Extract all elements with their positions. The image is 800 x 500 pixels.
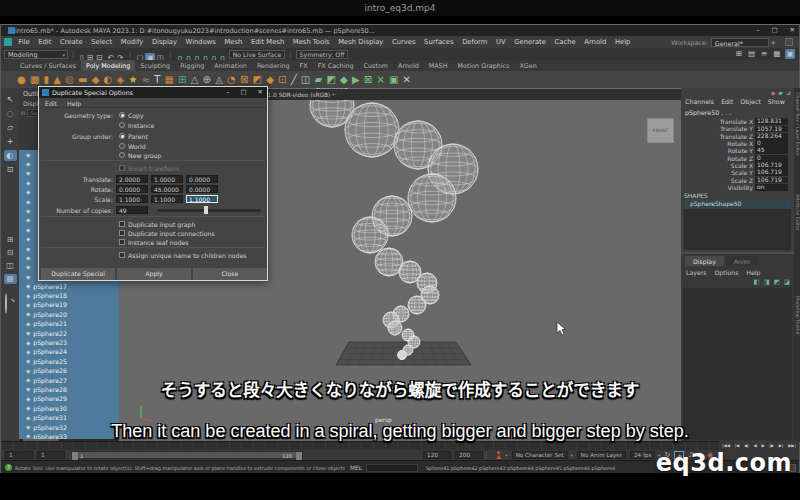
menu-set-dropdown[interactable]: Modeling xyxy=(4,50,68,59)
playback-button[interactable]: ◀ xyxy=(753,443,756,448)
rotate-field[interactable]: 0.0000 xyxy=(116,185,148,193)
dialog-close-button[interactable]: ✕ xyxy=(258,87,263,98)
magnifier-icon[interactable] xyxy=(5,294,15,304)
duplicate-input-connections-checkbox[interactable] xyxy=(119,230,125,236)
shelf-tool-icon[interactable]: × xyxy=(376,72,384,87)
tool-icon[interactable]: ↖ xyxy=(4,94,17,105)
outliner-item[interactable]: ◈ pSphere20 xyxy=(19,310,119,319)
show-keyable-icon[interactable]: ◆ xyxy=(771,89,776,96)
menu-item[interactable]: Help xyxy=(611,38,635,46)
tool-icon[interactable]: ◐ xyxy=(4,150,17,161)
outliner-item[interactable]: ◈ pSphere19 xyxy=(19,300,119,309)
translate-field[interactable]: 0.0000 xyxy=(186,175,218,183)
layer-menu-item[interactable]: Help xyxy=(746,269,760,276)
outliner-item[interactable]: ◈ pSphere25 xyxy=(19,357,119,366)
shelf-tool-icon[interactable]: ▣ xyxy=(389,72,398,87)
shelf-tool-icon[interactable]: ▰ xyxy=(315,72,323,87)
menu-item[interactable]: Generate xyxy=(510,38,550,46)
shelf-tool-icon[interactable]: ◔ xyxy=(227,72,236,87)
hammer-icon[interactable]: ⊿ xyxy=(786,89,791,96)
view-cube-front[interactable]: FRONT xyxy=(647,118,674,143)
range-end-field[interactable]: 120 xyxy=(423,451,451,459)
new-layer-icon[interactable]: ◪ xyxy=(784,278,790,286)
shelf-tool-icon[interactable]: ▮ xyxy=(44,72,50,87)
shelf-tool-icon[interactable]: ⊡ xyxy=(278,72,286,87)
chevron-down-icon[interactable]: ▾ xyxy=(505,453,507,458)
playback-button[interactable]: ▶▶| xyxy=(788,443,796,448)
shelf-tool-icon[interactable]: ◆ xyxy=(266,72,274,87)
playback-button[interactable]: |▶ xyxy=(769,443,774,448)
menu-item[interactable]: Mesh Tools xyxy=(289,38,334,46)
new-layer-icon[interactable]: ◩ xyxy=(774,278,780,286)
smart-transform-checkbox[interactable] xyxy=(119,165,125,171)
shelf-tool-icon[interactable]: ◈ xyxy=(117,72,125,87)
shelf-tool-icon[interactable]: ● xyxy=(17,72,26,87)
shelf-tool-icon[interactable]: ★ xyxy=(128,72,137,87)
shelf-tab[interactable]: Custom xyxy=(359,60,393,71)
tool-icon[interactable]: ◌ xyxy=(4,108,17,119)
chevron-down-icon[interactable]: ▾ xyxy=(571,453,573,458)
shelf-tool-icon[interactable]: ╱ xyxy=(291,72,297,87)
shelf-tab[interactable]: Animation xyxy=(209,60,252,71)
copies-slider[interactable] xyxy=(157,209,261,212)
shelf-tab[interactable]: Rendering xyxy=(252,60,295,71)
shelf-tool-icon[interactable]: △ xyxy=(191,72,199,87)
fps-dropdown[interactable]: 24 fps xyxy=(630,451,655,459)
shelf-tool-icon[interactable]: ⊞ xyxy=(178,72,186,87)
time-slider[interactable] xyxy=(1,441,719,450)
tool-icon[interactable]: + xyxy=(4,136,17,147)
shelf-tab[interactable]: MASH xyxy=(424,60,453,71)
layer-tab[interactable]: Display xyxy=(685,256,724,266)
maximize-button[interactable]: ▢ xyxy=(771,25,777,36)
close-button[interactable]: ✕ xyxy=(790,25,795,36)
duplicate-input-graph-checkbox[interactable] xyxy=(119,221,125,227)
channelbox-menu-item[interactable]: Object xyxy=(740,98,761,105)
sidebar-vertical-tab[interactable]: Attribute Editor xyxy=(795,194,800,286)
range-slider[interactable]: 1 120 xyxy=(71,451,303,459)
shelf-tool-icon[interactable]: ▩ xyxy=(30,72,39,87)
shelf-tool-icon[interactable]: ≈ xyxy=(142,72,150,87)
shelf-tab[interactable]: XGen xyxy=(514,60,541,71)
playback-button[interactable]: |◀◀ xyxy=(722,443,730,448)
radio-new-group[interactable] xyxy=(119,152,125,158)
layout-icon[interactable]: ▦ xyxy=(4,274,17,284)
panel-toggle-icon[interactable]: ≡ xyxy=(760,49,769,59)
menu-item[interactable]: Cache xyxy=(550,38,580,46)
menu-item[interactable]: Surfaces xyxy=(420,38,458,46)
outliner-item[interactable]: ◈ pSphere18 xyxy=(19,291,119,300)
panel-toggle-icon[interactable]: ▣ xyxy=(785,49,795,59)
speed-icon[interactable]: ▰ xyxy=(778,89,783,96)
shelf-tool-icon[interactable]: ▶ xyxy=(352,72,360,87)
shelf-tool-icon[interactable]: ◐ xyxy=(104,72,113,87)
workspace-lock-icon[interactable] xyxy=(785,38,793,46)
range-handle-right[interactable] xyxy=(296,452,302,460)
sidebar-vertical-tab[interactable]: Modeling Toolkit xyxy=(795,296,800,388)
shelf-tool-icon[interactable]: ◩ xyxy=(253,72,262,87)
menu-item[interactable]: Arnold xyxy=(580,38,611,46)
rotate-field[interactable]: 45.0000 xyxy=(151,185,183,193)
radio-instance[interactable] xyxy=(119,122,125,128)
shelf-tab[interactable]: Curves / Surfaces xyxy=(15,60,81,71)
playback-button[interactable]: ▶| xyxy=(779,443,784,448)
tool-icon[interactable]: ⊡ xyxy=(4,164,17,175)
shelf-tool-icon[interactable]: ⊠ xyxy=(240,72,248,87)
new-layer-icon[interactable]: ◨ xyxy=(764,278,770,286)
character-set-icon[interactable] xyxy=(495,451,502,459)
outliner-item[interactable]: ◈ pSphere24 xyxy=(19,347,119,356)
menu-item[interactable]: Mesh Display xyxy=(334,38,388,46)
radio-world[interactable] xyxy=(119,143,125,149)
channelbox-menu-item[interactable]: Show xyxy=(768,98,785,105)
dialog-maximize-button[interactable]: ▢ xyxy=(240,87,246,98)
translate-field[interactable]: 2.0000 xyxy=(116,175,148,183)
dialog-menu-item[interactable]: Help xyxy=(67,100,81,107)
dialog-titlebar[interactable]: Duplicate Special Options – ▢ ✕ xyxy=(39,87,267,98)
sidebar-vertical-tab[interactable]: Channel Box / Layer Editor xyxy=(795,92,800,184)
shelf-tool-icon[interactable]: ◬ xyxy=(215,72,223,87)
mel-command-input[interactable] xyxy=(366,464,418,472)
shelf-tab[interactable]: Sculpting xyxy=(135,60,175,71)
workspace-dropdown[interactable]: General* xyxy=(711,38,769,47)
shelf-tool-icon[interactable]: ⊕ xyxy=(203,72,211,87)
shelf-tool-icon[interactable]: ▲ xyxy=(53,72,61,87)
channel-value-field[interactable]: on xyxy=(755,184,788,191)
anim-end-field[interactable]: 200 xyxy=(455,451,483,459)
